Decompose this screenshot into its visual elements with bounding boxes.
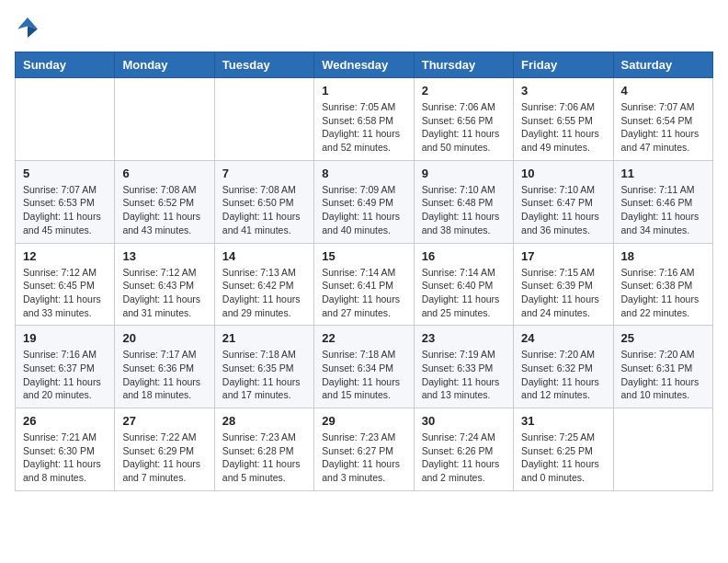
day-info: Sunrise: 7:06 AMSunset: 6:55 PMDaylight:… [521,100,605,155]
day-of-week-header: Wednesday [314,52,414,78]
day-number: 27 [122,414,206,428]
calendar-cell: 29Sunrise: 7:23 AMSunset: 6:27 PMDayligh… [314,408,414,491]
calendar-cell: 2Sunrise: 7:06 AMSunset: 6:56 PMDaylight… [414,78,513,161]
day-number: 18 [621,249,705,263]
day-number: 22 [322,331,405,345]
calendar-cell: 3Sunrise: 7:06 AMSunset: 6:55 PMDaylight… [514,78,613,161]
day-info: Sunrise: 7:12 AMSunset: 6:45 PMDaylight:… [23,266,107,320]
day-number: 15 [322,249,405,263]
day-info: Sunrise: 7:20 AMSunset: 6:31 PMDaylight:… [621,348,705,402]
calendar-cell: 12Sunrise: 7:12 AMSunset: 6:45 PMDayligh… [16,243,115,326]
day-info: Sunrise: 7:07 AMSunset: 6:53 PMDaylight:… [23,183,107,237]
day-number: 3 [521,84,605,98]
day-number: 4 [621,84,705,98]
day-info: Sunrise: 7:10 AMSunset: 6:47 PMDaylight:… [521,183,605,237]
calendar-cell: 16Sunrise: 7:14 AMSunset: 6:40 PMDayligh… [414,243,513,326]
day-info: Sunrise: 7:16 AMSunset: 6:38 PMDaylight:… [621,266,705,320]
day-number: 29 [322,414,405,428]
day-number: 14 [222,249,306,263]
day-info: Sunrise: 7:17 AMSunset: 6:36 PMDaylight:… [122,348,206,402]
calendar-week-row: 19Sunrise: 7:16 AMSunset: 6:37 PMDayligh… [16,326,713,408]
day-info: Sunrise: 7:07 AMSunset: 6:54 PMDaylight:… [621,100,705,155]
day-info: Sunrise: 7:12 AMSunset: 6:43 PMDaylight:… [122,266,206,320]
calendar-cell [613,408,712,491]
calendar-cell: 19Sunrise: 7:16 AMSunset: 6:37 PMDayligh… [16,326,115,408]
day-info: Sunrise: 7:09 AMSunset: 6:49 PMDaylight:… [322,183,405,237]
calendar-cell: 30Sunrise: 7:24 AMSunset: 6:26 PMDayligh… [414,408,513,491]
day-info: Sunrise: 7:19 AMSunset: 6:33 PMDaylight:… [422,348,506,402]
day-info: Sunrise: 7:16 AMSunset: 6:37 PMDaylight:… [23,348,107,402]
day-info: Sunrise: 7:24 AMSunset: 6:26 PMDaylight:… [422,431,506,485]
calendar-week-row: 12Sunrise: 7:12 AMSunset: 6:45 PMDayligh… [16,243,713,326]
calendar-header-row: SundayMondayTuesdayWednesdayThursdayFrid… [16,52,713,78]
calendar-week-row: 5Sunrise: 7:07 AMSunset: 6:53 PMDaylight… [16,160,713,243]
calendar: SundayMondayTuesdayWednesdayThursdayFrid… [15,52,713,491]
day-info: Sunrise: 7:23 AMSunset: 6:27 PMDaylight:… [322,431,405,485]
day-number: 20 [122,331,206,345]
day-info: Sunrise: 7:23 AMSunset: 6:28 PMDaylight:… [222,431,306,485]
day-number: 23 [422,331,506,345]
day-number: 11 [621,167,705,180]
day-info: Sunrise: 7:08 AMSunset: 6:52 PMDaylight:… [122,183,206,237]
day-number: 24 [521,331,605,345]
day-info: Sunrise: 7:22 AMSunset: 6:29 PMDaylight:… [122,431,206,485]
calendar-cell [115,78,214,161]
day-number: 17 [521,249,605,263]
day-number: 1 [322,84,405,98]
calendar-cell: 4Sunrise: 7:07 AMSunset: 6:54 PMDaylight… [613,78,712,161]
calendar-cell: 25Sunrise: 7:20 AMSunset: 6:31 PMDayligh… [613,326,712,408]
day-number: 7 [222,167,306,180]
calendar-cell: 15Sunrise: 7:14 AMSunset: 6:41 PMDayligh… [314,243,414,326]
calendar-cell [16,78,115,161]
calendar-week-row: 26Sunrise: 7:21 AMSunset: 6:30 PMDayligh… [16,408,713,491]
calendar-cell: 31Sunrise: 7:25 AMSunset: 6:25 PMDayligh… [514,408,613,491]
day-number: 31 [521,414,605,428]
logo-icon [15,15,40,40]
page-header [15,15,713,40]
day-of-week-header: Thursday [414,52,513,78]
day-of-week-header: Saturday [613,52,712,78]
calendar-cell: 9Sunrise: 7:10 AMSunset: 6:48 PMDaylight… [414,160,513,243]
calendar-cell: 20Sunrise: 7:17 AMSunset: 6:36 PMDayligh… [115,326,214,408]
calendar-cell: 17Sunrise: 7:15 AMSunset: 6:39 PMDayligh… [514,243,613,326]
day-info: Sunrise: 7:14 AMSunset: 6:41 PMDaylight:… [322,266,405,320]
calendar-cell: 8Sunrise: 7:09 AMSunset: 6:49 PMDaylight… [314,160,414,243]
day-info: Sunrise: 7:08 AMSunset: 6:50 PMDaylight:… [222,183,306,237]
calendar-cell: 21Sunrise: 7:18 AMSunset: 6:35 PMDayligh… [214,326,313,408]
day-number: 28 [222,414,306,428]
day-info: Sunrise: 7:14 AMSunset: 6:40 PMDaylight:… [422,266,506,320]
calendar-cell: 5Sunrise: 7:07 AMSunset: 6:53 PMDaylight… [16,160,115,243]
day-info: Sunrise: 7:18 AMSunset: 6:35 PMDaylight:… [222,348,306,402]
calendar-cell: 6Sunrise: 7:08 AMSunset: 6:52 PMDaylight… [115,160,214,243]
day-info: Sunrise: 7:06 AMSunset: 6:56 PMDaylight:… [422,100,506,155]
calendar-cell: 11Sunrise: 7:11 AMSunset: 6:46 PMDayligh… [613,160,712,243]
day-number: 30 [422,414,506,428]
day-info: Sunrise: 7:20 AMSunset: 6:32 PMDaylight:… [521,348,605,402]
day-info: Sunrise: 7:18 AMSunset: 6:34 PMDaylight:… [322,348,405,402]
calendar-cell: 1Sunrise: 7:05 AMSunset: 6:58 PMDaylight… [314,78,414,161]
day-of-week-header: Sunday [16,52,115,78]
calendar-cell: 13Sunrise: 7:12 AMSunset: 6:43 PMDayligh… [115,243,214,326]
calendar-cell [214,78,313,161]
day-of-week-header: Monday [115,52,214,78]
day-number: 10 [521,167,605,180]
logo [15,15,44,40]
day-number: 9 [422,167,506,180]
calendar-cell: 22Sunrise: 7:18 AMSunset: 6:34 PMDayligh… [314,326,414,408]
calendar-cell: 24Sunrise: 7:20 AMSunset: 6:32 PMDayligh… [514,326,613,408]
day-number: 26 [23,414,107,428]
day-number: 25 [621,331,705,345]
day-info: Sunrise: 7:05 AMSunset: 6:58 PMDaylight:… [322,100,405,155]
day-number: 2 [422,84,506,98]
day-info: Sunrise: 7:11 AMSunset: 6:46 PMDaylight:… [621,183,705,237]
calendar-cell: 7Sunrise: 7:08 AMSunset: 6:50 PMDaylight… [214,160,313,243]
calendar-cell: 23Sunrise: 7:19 AMSunset: 6:33 PMDayligh… [414,326,513,408]
day-of-week-header: Tuesday [214,52,313,78]
day-info: Sunrise: 7:25 AMSunset: 6:25 PMDaylight:… [521,431,605,485]
calendar-cell: 18Sunrise: 7:16 AMSunset: 6:38 PMDayligh… [613,243,712,326]
day-number: 16 [422,249,506,263]
calendar-cell: 27Sunrise: 7:22 AMSunset: 6:29 PMDayligh… [115,408,214,491]
day-number: 21 [222,331,306,345]
day-of-week-header: Friday [514,52,613,78]
day-number: 12 [23,249,107,263]
